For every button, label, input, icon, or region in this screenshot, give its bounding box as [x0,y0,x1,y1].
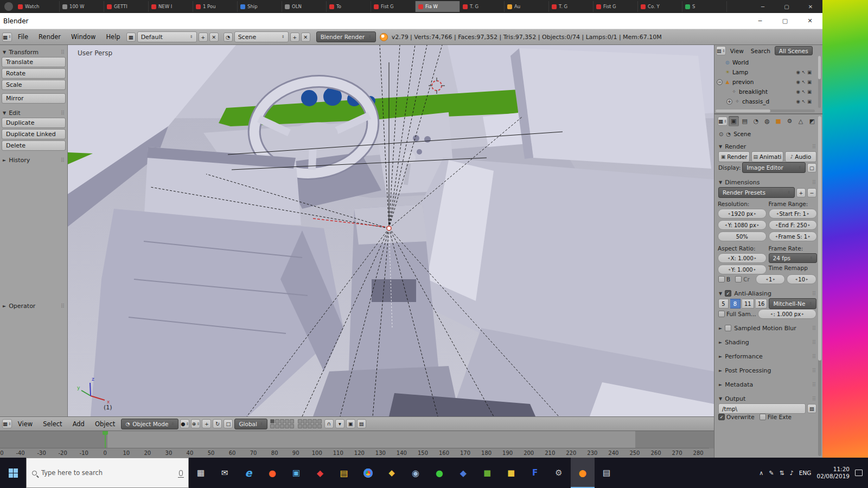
file-explorer-icon[interactable]: ▤ [332,458,356,488]
transform-panel-header[interactable]: ▼Transform⠿ [2,47,66,57]
microphone-icon[interactable] [179,470,183,476]
chrome-icon[interactable] [356,458,380,488]
layout-delete-button[interactable]: ✕ [209,33,219,42]
utility-app-icon[interactable]: ⚙ [547,458,571,488]
editor-type-icon[interactable]: ▦⇕ [2,419,12,428]
aa-samples-11-button[interactable]: 11 [742,299,754,309]
browser-tab[interactable]: Fist G [593,1,638,12]
visibility-eye-icon[interactable]: ◉ [796,89,800,94]
layers-grid-2[interactable] [298,419,322,428]
browser-tab[interactable]: GETTI [104,1,149,12]
blue-app-icon[interactable]: ◆ [451,458,475,488]
browser-tab[interactable]: T. G [460,1,505,12]
resolution-x-field[interactable]: ◂1920 px▸ [718,209,767,219]
visibility-eye-icon[interactable]: ◉ [796,69,800,75]
pen-icon[interactable]: ✎ [769,470,774,477]
full-sample-checkbox[interactable] [718,311,725,317]
output-path-field[interactable]: /tmp\ [718,403,806,414]
browser-maximize-button[interactable]: ▢ [775,4,799,10]
f1-app-icon[interactable]: F [523,458,547,488]
browser-tab[interactable]: S [682,1,727,12]
panel-drag-dots-icon[interactable]: ⠿ [812,396,816,402]
aa-samples-5-button[interactable]: 5 [718,299,729,309]
post-processing-panel-header[interactable]: ►Post Processing⠿ [718,365,817,375]
mail-icon[interactable]: ✉ [213,458,237,488]
notepad-icon[interactable]: ▤ [595,458,618,488]
tab-render[interactable]: ▣ [729,116,739,126]
collapse-minus-icon[interactable]: − [717,79,723,85]
tab-render-layers[interactable]: ▤ [740,116,750,126]
antialiasing-panel-header[interactable]: ▼✓Anti-Aliasing⠿ [718,288,817,298]
tab-object-data[interactable]: △ [796,116,806,126]
outliner-search-menu[interactable]: Search [748,48,773,54]
frame-end-field[interactable]: ◂End F: 250▸ [769,220,818,230]
editor-type-icon[interactable]: ▤⇕ [716,46,726,55]
network-icon[interactable]: ⇅ [780,470,784,477]
tab-object[interactable]: ■ [773,116,783,126]
media-app-icon[interactable]: ● [260,458,284,488]
tab-world[interactable]: ◍ [762,116,773,126]
start-button[interactable] [0,458,26,488]
help-menu[interactable]: Help [101,29,124,44]
translate-button[interactable]: Translate [2,57,66,67]
scene-delete-button[interactable]: ✕ [301,33,310,42]
snap-magnet-icon[interactable]: ∩ [324,419,334,428]
browser-tab[interactable]: Co. Y [638,1,682,12]
outliner-item-chassis[interactable]: + ✧ chassis_d ◉↖▣ [714,97,822,106]
interaction-mode-select[interactable]: ◔Object Mode⇕ [121,419,178,429]
panel-drag-dots-icon[interactable]: ⠿ [812,291,816,297]
edge-icon[interactable]: e [237,458,260,488]
blender-icon[interactable]: ● [571,458,595,488]
pin-icon[interactable]: ⊙ [719,131,723,137]
opengl-render-anim-icon[interactable]: ▤ [357,419,366,428]
panel-drag-dots-icon[interactable]: ⠿ [812,325,816,331]
snap-element-icon[interactable]: ▾ [335,419,344,428]
manipulator-translate-icon[interactable]: + [202,419,211,428]
racing-game-icon[interactable]: ◆ [380,458,404,488]
window-menu[interactable]: Window [67,29,100,44]
preset-remove-button[interactable]: − [807,188,816,197]
outliner-item-lamp[interactable]: ☀ Lamp ◉↖▣ [714,67,822,77]
minimize-button[interactable]: ─ [748,13,773,29]
antialiasing-checkbox[interactable]: ✓ [725,290,731,297]
tab-scene[interactable]: ◔ [751,116,761,126]
panel-drag-dots-icon[interactable]: ⠿ [812,339,816,345]
outliner-item-previon[interactable]: − ▲ previon ◉↖▣ [714,77,822,87]
frame-start-field[interactable]: ◂Start Fr: 1▸ [769,209,818,219]
steam-icon[interactable]: ◉ [404,458,427,488]
layout-add-button[interactable]: + [199,33,208,42]
resolution-y-field[interactable]: ◂Y: 1080 px▸ [718,220,767,230]
outliner-item-world[interactable]: ◍ World [714,57,822,67]
timeline-editor[interactable]: -50-40-30-20-100102030405060708090100110… [0,431,714,458]
mirror-button[interactable]: Mirror [2,93,66,104]
transform-orientation-select[interactable]: Global⇕ [234,419,267,429]
browser-app-icon[interactable] [4,2,13,11]
frame-rate-select[interactable]: 24 fps⇕ [769,253,818,263]
file-menu[interactable]: File [14,29,33,44]
object-menu[interactable]: Object [91,417,119,431]
duplicate-linked-button[interactable]: Duplicate Linked [2,129,66,139]
panel-drag-dots-icon[interactable]: ⠿ [812,382,816,388]
antivirus-icon[interactable]: ◆ [308,458,332,488]
resolution-percentage-field[interactable]: 50% [718,232,767,241]
browser-tab[interactable]: Fia W [416,1,460,12]
task-view-icon[interactable]: ▦ [189,458,213,488]
overwrite-checkbox[interactable]: ✓ [718,414,725,420]
panel-drag-dots-icon[interactable]: ⠿ [61,49,65,55]
close-button[interactable]: ✕ [797,13,822,29]
render-animation-button[interactable]: ▤Animati [751,151,783,162]
file-extensions-checkbox[interactable] [760,414,766,420]
current-frame-marker[interactable] [105,431,106,448]
display-mode-select[interactable]: Image Editor⇕ [742,162,806,173]
dimensions-panel-header[interactable]: ▼Dimensions⠿ [718,177,817,187]
scene-select[interactable]: Scene⇕ [234,31,289,42]
edit-panel-header[interactable]: ▼Edit⠿ [2,108,66,118]
remap-new-field[interactable]: ◂10▸ [787,274,816,284]
motion-blur-checkbox[interactable] [725,325,731,331]
browser-tab[interactable]: Au [505,1,549,12]
aspect-x-field[interactable]: ◂X: 1.000▸ [718,253,767,263]
taskbar-search-input[interactable] [41,469,175,477]
display-popout-icon[interactable]: ▢ [807,163,816,172]
outliner-view-menu[interactable]: View [727,48,746,54]
renderability-camera-icon[interactable]: ▣ [807,69,812,75]
